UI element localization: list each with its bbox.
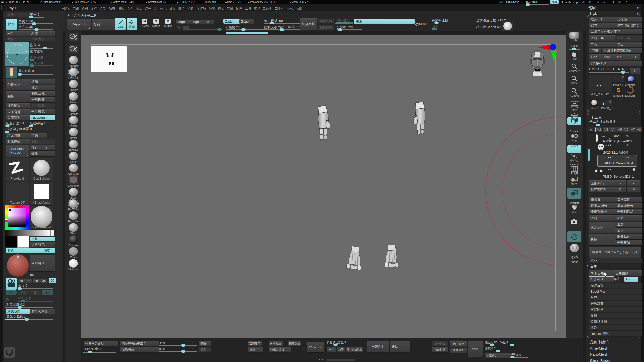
lightbox-tool-button[interactable]: 灯箱▶工具 <box>589 61 642 66</box>
bb-delete-button[interactable]: 删除 <box>199 347 211 352</box>
main-color-swatch[interactable] <box>5 236 17 247</box>
inner-depth-slider[interactable] <box>30 65 53 66</box>
resize-button[interactable]: 调整大小 <box>30 37 55 41</box>
restore-ui-button[interactable]: 恢复自定义 UI <box>84 341 118 346</box>
gradient-button[interactable]: 渐变 <box>42 248 55 253</box>
tool-thumb-2[interactable]: 9 <box>613 75 625 83</box>
win-prev-icon[interactable]: ◂□ <box>596 1 599 3</box>
strength-slider[interactable] <box>18 288 53 289</box>
colorize-button[interactable]: 着色 <box>6 248 43 253</box>
right-divider[interactable] <box>583 31 586 362</box>
move-in-button[interactable]: ↳ <box>627 187 640 192</box>
st-delete-all-button[interactable]: 全部删除 <box>615 240 642 245</box>
subtool-hand-left[interactable] <box>313 104 333 142</box>
size-35-button[interactable]: 35 <box>40 279 47 283</box>
backface-mask-button[interactable]: 背面遮罩 <box>6 115 31 120</box>
make-polymesh-button[interactable]: 生成 多边形网格物体 <box>602 48 642 53</box>
perspective-button[interactable]: Dynamic透视 <box>567 100 582 112</box>
frame-button[interactable] <box>567 231 582 242</box>
z-intensity-slider[interactable] <box>226 29 270 30</box>
brush-pinch[interactable]: Pinch <box>66 116 80 127</box>
spheregrid-button[interactable] <box>567 244 582 252</box>
highlight-slider[interactable] <box>5 319 53 320</box>
brush-trimdynamic[interactable]: TrimDyr <box>66 140 80 151</box>
curve-mode-button[interactable]: 曲线模式 <box>6 139 31 144</box>
st-append-button[interactable]: 追加 <box>615 222 642 227</box>
merge-similar-button[interactable]: 合并相似 <box>613 270 642 276</box>
menu-preferences[interactable]: 首选项 <box>196 7 206 11</box>
list-all-button[interactable]: 全部列出 <box>589 180 615 186</box>
alternate-button[interactable]: 交替 <box>30 237 55 241</box>
all-to-start-button[interactable]: 全部到起始 <box>589 209 616 214</box>
append-button[interactable]: 追加 <box>30 79 55 84</box>
bb-same-button[interactable]: 相同 <box>337 347 345 352</box>
subtool-4-name[interactable]: PM3D_Sphere3D1_1 <box>603 175 634 179</box>
polyframe-button[interactable]: Line FillPolyF <box>567 163 582 175</box>
double-button[interactable]: 双倍 <box>30 31 55 36</box>
scroll-button[interactable]: 滚动 <box>567 51 582 61</box>
quicksave-button[interactable]: QuickSave <box>506 0 519 4</box>
tab-v7[interactable]: V7 <box>630 127 636 132</box>
menu-picker[interactable]: 拾取 <box>187 7 194 11</box>
rings-slider[interactable] <box>500 345 522 345</box>
depth-mask-preview[interactable] <box>5 42 29 66</box>
delete-hidden-button[interactable]: 删除隐藏 <box>288 341 301 346</box>
st-paste-button[interactable]: 粘贴 <box>615 215 642 221</box>
divide-button[interactable]: 细分网格 <box>300 18 317 30</box>
st-insert-button[interactable]: 插入 <box>615 228 642 233</box>
create-copy-button[interactable]: 创建副本 <box>6 79 31 90</box>
value-gradient-bar[interactable] <box>5 230 50 236</box>
mask-polygroup-slider[interactable] <box>5 132 53 132</box>
brush-claybuildup[interactable]: ClayBuil <box>66 68 80 79</box>
st-delete-other-button[interactable]: 删除其他 <box>615 234 642 239</box>
rgb-button[interactable]: Rgb <box>191 20 205 24</box>
local-rot-button[interactable]: 局部转 <box>567 117 582 129</box>
brush-s-icon[interactable]: +S <box>66 45 80 53</box>
menu-brush[interactable]: 笔刷 <box>72 7 79 11</box>
menu-layer[interactable]: 图层 <box>136 7 142 11</box>
tool-thumb-large[interactable]: 9 <box>589 75 612 92</box>
sdiv-level-slider[interactable] <box>335 23 352 24</box>
mrgb-button[interactable]: Mrgb <box>176 20 192 24</box>
menu-material[interactable]: 材质 <box>169 7 176 11</box>
subtool-1-thumb[interactable] <box>594 133 600 142</box>
bb-split-hidden-button[interactable]: 拆分隐藏 <box>432 341 448 346</box>
depth-shadow-button[interactable]: 深度阴影 <box>6 309 31 314</box>
mirror-button[interactable]: 镜像 <box>30 151 55 156</box>
movie-icon[interactable] <box>6 278 17 290</box>
left-divider[interactable] <box>63 31 65 362</box>
load-from-project-button[interactable]: 从项目文件载入工具 <box>589 29 642 34</box>
move-axis-button[interactable]: M移动轴 <box>140 19 149 28</box>
menu-stroke[interactable]: 笔触 <box>227 7 233 11</box>
edit-button[interactable]: Edit <box>115 18 126 30</box>
brush-tray-reset-icon[interactable]: ↺ <box>637 6 640 10</box>
subtool-1-name[interactable]: PM3D_Cylinder3D2 <box>603 140 632 143</box>
menu-render[interactable]: 渲染 <box>209 7 215 11</box>
menu-stencil[interactable]: 模板 <box>218 7 224 11</box>
extract-section[interactable]: 提取 <box>589 325 642 331</box>
st-copy-button[interactable]: 复制 <box>589 215 616 221</box>
canvas[interactable] <box>81 31 566 338</box>
gp-polish-slider[interactable] <box>511 357 528 358</box>
bb-mirror-button[interactable]: 镜像 <box>248 347 263 352</box>
brush-blinn[interactable]: Blinn <box>66 223 80 235</box>
copy-tool-button[interactable]: 复制工具 <box>589 35 616 41</box>
bb-group-split-button[interactable]: 按组拆分 <box>432 347 448 352</box>
subtool-widgets-2[interactable]: ⌄ ●● <box>605 143 611 147</box>
subtool-2-name[interactable]: 2025.12.1 骷髅骑士 <box>603 151 632 155</box>
tab-v1[interactable]: V1 <box>588 127 596 132</box>
current-material-sphere[interactable] <box>7 254 29 277</box>
bb-inflate-slider[interactable] <box>159 351 197 352</box>
menu-transform[interactable]: 变换 <box>254 7 261 11</box>
delete-other-button[interactable]: 删除其他 <box>30 91 55 96</box>
rgb-intensity-slider[interactable] <box>183 29 221 30</box>
arraymesh-label[interactable]: ArrayMesh <box>590 346 608 350</box>
material-ball-button[interactable] <box>502 21 513 32</box>
tool-thumb-alphabrush[interactable] <box>626 75 636 83</box>
goz-visible-button[interactable]: 可见 <box>614 54 633 60</box>
menu-movie[interactable]: 影片 <box>178 7 185 11</box>
menu-texture[interactable]: 纹理 <box>236 7 243 11</box>
menu-edit[interactable]: 编辑 <box>118 7 124 11</box>
subtool-4-thumb[interactable] <box>594 168 604 173</box>
subtool-widgets-1[interactable]: ⌄ — <box>600 135 605 138</box>
